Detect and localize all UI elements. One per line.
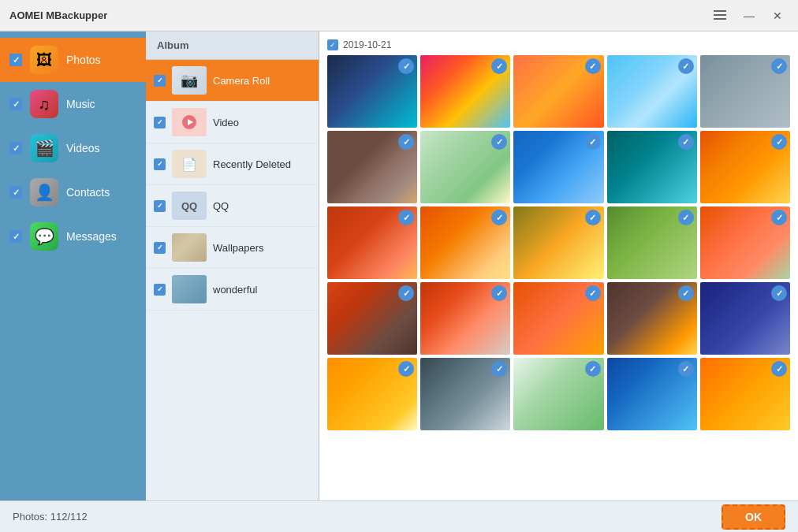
svg-rect-0	[714, 10, 726, 12]
photo-check-icon: ✓	[491, 210, 507, 225]
photo-row-1: ✓ ✓ ✓ ✓ ✓	[327, 55, 790, 128]
photo-check-icon: ✓	[678, 210, 694, 225]
sidebar-label-messages: Messages	[66, 230, 117, 243]
photo-cell[interactable]: ✓	[513, 206, 603, 279]
album-item-qq[interactable]: QQ QQ	[146, 185, 319, 227]
photo-cell[interactable]: ✓	[513, 55, 603, 128]
photo-cell[interactable]: ✓	[607, 131, 697, 203]
photo-check-icon: ✓	[771, 210, 787, 225]
album-header: Album	[146, 32, 319, 60]
photo-cell[interactable]: ✓	[420, 206, 510, 279]
app-title: AOMEI MBackupper	[9, 9, 710, 21]
wonderful-label: wonderful	[213, 284, 257, 296]
sidebar-label-contacts: Contacts	[66, 186, 110, 199]
camera-roll-checkbox[interactable]	[154, 75, 166, 87]
photo-cell[interactable]: ✓	[700, 55, 790, 128]
album-item-wallpapers[interactable]: Wallpapers	[146, 227, 319, 269]
sidebar-item-contacts[interactable]: 👤 Contacts	[0, 170, 146, 214]
wallpapers-thumb	[172, 233, 207, 262]
recently-deleted-label: Recently Deleted	[213, 158, 291, 170]
ok-button[interactable]: OK	[722, 504, 785, 530]
photo-cell[interactable]: ✓	[513, 282, 603, 355]
sidebar-item-messages[interactable]: 💬 Messages	[0, 214, 146, 259]
photo-cell[interactable]: ✓	[607, 206, 697, 279]
videos-icon: 🎬	[30, 134, 58, 162]
photo-cell[interactable]: ✓	[327, 206, 417, 279]
app-body: 🖼 Photos ♫ Music 🎬 Videos 👤 Contacts 💬 M…	[0, 32, 798, 500]
photo-row-3: ✓ ✓ ✓ ✓ ✓	[327, 206, 790, 279]
contacts-icon: 👤	[30, 178, 58, 206]
photo-cell[interactable]: ✓	[700, 358, 790, 430]
photo-check-icon: ✓	[398, 285, 414, 301]
sidebar-label-videos: Videos	[66, 142, 100, 154]
photo-cell[interactable]: ✓	[327, 282, 417, 355]
contacts-checkbox[interactable]	[9, 186, 22, 199]
photo-cell[interactable]: ✓	[327, 55, 417, 128]
date-checkbox[interactable]	[327, 39, 338, 50]
title-bar: AOMEI MBackupper — ✕	[0, 0, 798, 32]
photo-check-icon: ✓	[771, 134, 787, 150]
video-checkbox[interactable]	[154, 117, 166, 128]
sidebar-item-music[interactable]: ♫ Music	[0, 82, 146, 126]
close-button[interactable]: ✕	[766, 5, 789, 27]
photo-cell[interactable]: ✓	[607, 358, 697, 430]
sidebar-item-photos[interactable]: 🖼 Photos	[0, 38, 146, 82]
photo-grid-panel[interactable]: 2019-10-21 ✓ ✓ ✓ ✓ ✓	[319, 32, 798, 500]
photo-check-icon: ✓	[678, 134, 694, 150]
minimize-button[interactable]: —	[738, 5, 760, 27]
wallpapers-checkbox[interactable]	[154, 242, 166, 254]
photo-check-icon: ✓	[678, 285, 694, 301]
photo-cell[interactable]: ✓	[513, 131, 603, 203]
messages-checkbox[interactable]	[9, 230, 22, 243]
svg-rect-1	[714, 14, 726, 16]
sidebar-label-photos: Photos	[66, 54, 101, 66]
status-text: Photos: 112/112	[13, 511, 88, 523]
date-section: 2019-10-21 ✓ ✓ ✓ ✓ ✓	[327, 39, 790, 430]
photo-cell[interactable]: ✓	[327, 358, 417, 430]
photo-check-icon: ✓	[491, 134, 507, 150]
photo-cell[interactable]: ✓	[607, 55, 697, 128]
recently-deleted-checkbox[interactable]	[154, 158, 166, 170]
wonderful-checkbox[interactable]	[154, 284, 166, 296]
album-item-camera-roll[interactable]: 📷 Camera Roll	[146, 60, 319, 102]
wonderful-thumb	[172, 275, 207, 303]
album-item-wonderful[interactable]: wonderful	[146, 269, 319, 311]
qq-label: QQ	[213, 200, 229, 212]
photo-cell[interactable]: ✓	[700, 131, 790, 203]
album-item-recently-deleted[interactable]: 📄 Recently Deleted	[146, 143, 319, 185]
album-panel: Album 📷 Camera Roll Video 📄 Recently Del…	[146, 32, 319, 500]
photo-cell[interactable]: ✓	[513, 358, 603, 430]
date-label: 2019-10-21	[343, 39, 391, 50]
video-label: Video	[213, 117, 239, 128]
photo-check-icon: ✓	[771, 361, 787, 377]
qq-checkbox[interactable]	[154, 200, 166, 212]
camera-roll-thumb: 📷	[172, 66, 207, 95]
sidebar-item-videos[interactable]: 🎬 Videos	[0, 126, 146, 170]
photo-check-icon: ✓	[585, 134, 601, 150]
photo-row-4: ✓ ✓ ✓ ✓ ✓	[327, 282, 790, 355]
photo-check-icon: ✓	[398, 210, 414, 225]
album-item-video[interactable]: Video	[146, 102, 319, 143]
sidebar: 🖼 Photos ♫ Music 🎬 Videos 👤 Contacts 💬 M…	[0, 32, 146, 500]
photo-cell[interactable]: ✓	[607, 282, 697, 355]
photo-check-icon: ✓	[585, 210, 601, 225]
videos-checkbox[interactable]	[9, 142, 22, 154]
photo-check-icon: ✓	[585, 361, 601, 377]
photo-check-icon: ✓	[585, 285, 601, 301]
photo-check-icon: ✓	[398, 134, 414, 150]
photo-cell[interactable]: ✓	[420, 55, 510, 128]
photo-cell[interactable]: ✓	[420, 282, 510, 355]
photo-cell[interactable]: ✓	[700, 206, 790, 279]
photo-cell[interactable]: ✓	[327, 131, 417, 203]
photo-check-icon: ✓	[771, 285, 787, 301]
photo-check-icon: ✓	[678, 58, 694, 74]
photo-check-icon: ✓	[491, 361, 507, 377]
photo-cell[interactable]: ✓	[420, 131, 510, 203]
video-thumb	[172, 108, 207, 136]
music-icon: ♫	[30, 90, 58, 118]
photo-cell[interactable]: ✓	[420, 358, 510, 430]
photo-cell[interactable]: ✓	[700, 282, 790, 355]
grid-view-button[interactable]	[710, 5, 732, 27]
photos-checkbox[interactable]	[9, 54, 22, 66]
music-checkbox[interactable]	[9, 98, 22, 110]
